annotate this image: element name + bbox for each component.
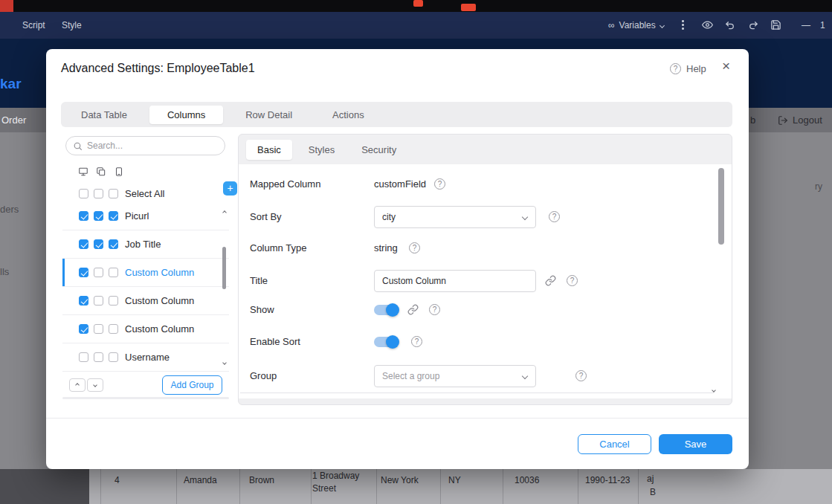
field-group: Group Select a group ?	[250, 365, 720, 387]
column-row-username[interactable]: Username	[62, 343, 229, 372]
add-group-button[interactable]: Add Group	[162, 375, 222, 395]
help-button[interactable]: ? Help	[670, 63, 706, 74]
tab-data-table[interactable]: Data Table	[61, 103, 147, 126]
tab-styles[interactable]: Styles	[295, 140, 348, 160]
help-icon[interactable]: ?	[549, 211, 560, 222]
column-row-custom-selected[interactable]: Custom Column	[62, 259, 229, 287]
help-icon[interactable]: ?	[409, 242, 420, 253]
help-icon[interactable]: ?	[434, 178, 445, 190]
column-type-value: string	[374, 237, 398, 259]
help-icon[interactable]: ?	[411, 336, 422, 347]
column-search-box[interactable]	[65, 136, 225, 155]
checkbox-tablet[interactable]	[94, 324, 103, 334]
tab-security[interactable]: Security	[348, 140, 410, 160]
chevron-down-icon	[660, 22, 665, 28]
enable-sort-toggle[interactable]	[374, 337, 398, 347]
checkbox-tablet[interactable]	[94, 268, 103, 277]
checkbox-tablet[interactable]	[94, 211, 103, 221]
checkbox-desktop[interactable]	[79, 239, 88, 249]
tablet-visibility-icon[interactable]	[96, 167, 106, 177]
kebab-menu-icon[interactable]	[682, 20, 684, 30]
checkbox-desktop[interactable]	[79, 211, 88, 221]
table-gridline	[440, 469, 441, 504]
help-icon[interactable]: ?	[429, 304, 440, 315]
column-label: Custom Column	[125, 267, 194, 278]
column-row-custom-3[interactable]: Custom Column	[62, 315, 229, 343]
zoom-out-button[interactable]: —	[802, 12, 810, 39]
column-row-custom-2[interactable]: Custom Column	[62, 287, 229, 315]
select-all-label: Select All	[125, 188, 164, 199]
show-toggle[interactable]	[374, 305, 398, 315]
select-all-checkbox-mobile[interactable]	[109, 189, 118, 198]
undo-icon[interactable]	[725, 19, 736, 30]
column-list-scrollbar-thumb[interactable]	[222, 247, 226, 289]
column-label: Custom Column	[125, 323, 194, 335]
column-row-job-title[interactable]: Job Title	[62, 230, 229, 259]
tab-columns[interactable]: Columns	[149, 106, 223, 124]
group-select[interactable]: Select a group	[374, 365, 536, 387]
bind-link-icon[interactable]	[545, 275, 556, 286]
table-gridline	[239, 469, 240, 504]
settings-tabbar: Basic Styles Security	[239, 135, 732, 164]
field-show: Show ?	[250, 299, 720, 321]
form-scroll-down-arrow[interactable]	[712, 388, 716, 392]
mapped-column-value: customField	[374, 173, 426, 196]
zoom-value: 1	[820, 12, 825, 39]
move-column-down-button[interactable]	[87, 378, 103, 392]
checkbox-tablet[interactable]	[94, 296, 103, 306]
move-column-up-button[interactable]	[69, 378, 86, 392]
cell-id: 4	[115, 475, 120, 485]
field-enable-sort: Enable Sort ?	[250, 331, 720, 353]
help-icon[interactable]: ?	[567, 275, 578, 286]
mobile-visibility-icon[interactable]	[114, 167, 124, 177]
checkbox-desktop[interactable]	[79, 324, 88, 334]
form-scrollbar-thumb[interactable]	[718, 168, 724, 245]
add-column-button[interactable]: +	[223, 181, 237, 196]
cancel-button[interactable]: Cancel	[578, 434, 651, 454]
list-horizontal-scrollbar[interactable]	[62, 397, 229, 399]
field-mapped-column: Mapped Column customField ?	[250, 173, 720, 196]
field-label: Mapped Column	[250, 173, 320, 196]
help-label: Help	[686, 63, 706, 74]
logout-label: Logout	[793, 114, 822, 126]
checkbox-mobile[interactable]	[109, 352, 118, 362]
variables-menu[interactable]: ∞ Variables	[608, 12, 664, 39]
redo-icon[interactable]	[747, 19, 758, 30]
tab-row-detail[interactable]: Row Detail	[225, 103, 312, 126]
tab-style[interactable]: Style	[62, 12, 82, 39]
close-icon[interactable]: ×	[722, 58, 730, 74]
checkbox-mobile[interactable]	[109, 296, 118, 306]
cell-last-name: Brown	[249, 475, 274, 485]
checkbox-mobile[interactable]	[109, 324, 118, 334]
checkbox-mobile[interactable]	[109, 268, 118, 277]
select-all-row[interactable]: Select All +	[62, 184, 229, 203]
checkbox-desktop[interactable]	[79, 268, 88, 277]
select-all-checkbox-desktop[interactable]	[79, 189, 88, 198]
select-all-checkbox-tablet[interactable]	[94, 189, 103, 198]
preview-eye-icon[interactable]	[702, 19, 713, 30]
nav-fragment: b	[750, 108, 755, 132]
dimmed-bottom-left	[0, 469, 89, 504]
column-row-picurl[interactable]: Picurl	[62, 202, 229, 230]
cell-state: NY	[448, 475, 461, 485]
app-logo-fragment: kar	[0, 76, 22, 92]
save-icon[interactable]	[770, 19, 781, 30]
tab-script[interactable]: Script	[22, 12, 45, 39]
title-input[interactable]	[374, 270, 536, 292]
tab-basic[interactable]: Basic	[246, 140, 292, 160]
sort-by-select[interactable]: city	[374, 206, 536, 228]
checkbox-tablet[interactable]	[94, 239, 103, 249]
modal-title: Advanced Settings: EmployeeTable1	[61, 62, 255, 75]
checkbox-tablet[interactable]	[94, 352, 103, 362]
save-button[interactable]: Save	[659, 434, 732, 454]
checkbox-desktop[interactable]	[79, 352, 88, 362]
checkbox-mobile[interactable]	[109, 211, 118, 221]
tab-actions[interactable]: Actions	[312, 103, 384, 126]
bind-link-icon[interactable]	[407, 304, 419, 315]
field-label: Title	[250, 270, 268, 292]
checkbox-mobile[interactable]	[109, 239, 118, 249]
checkbox-desktop[interactable]	[79, 296, 88, 306]
search-input[interactable]	[87, 140, 218, 151]
help-icon[interactable]: ?	[575, 370, 587, 381]
desktop-visibility-icon[interactable]	[78, 167, 88, 177]
